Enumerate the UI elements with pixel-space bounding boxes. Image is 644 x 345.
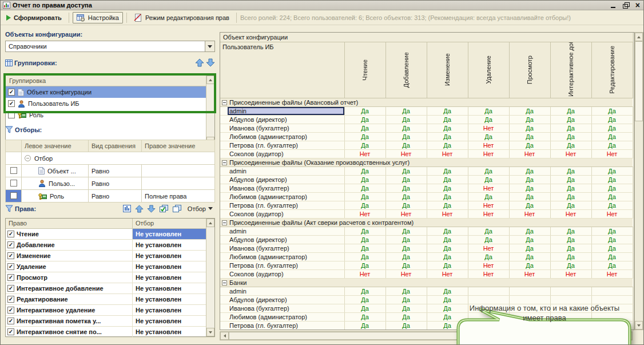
permission-cell[interactable]: Да [385, 184, 427, 192]
permission-cell[interactable]: Нет [468, 244, 509, 252]
permission-cell[interactable]: Да [591, 115, 633, 124]
user-name-cell[interactable]: Любимов (администратор) [228, 252, 344, 261]
permission-cell[interactable]: Да [344, 132, 385, 141]
permission-cell[interactable]: Да [344, 124, 385, 132]
permission-cell[interactable]: Да [550, 244, 591, 252]
permission-cell[interactable]: Да [344, 184, 385, 192]
permission-cell[interactable]: Да [591, 244, 633, 252]
permission-cell[interactable]: Да [468, 106, 509, 115]
group-row[interactable]: Присоединенные файлы (Оказание производс… [220, 158, 633, 166]
filter-left-value-cell[interactable]: Роль [22, 190, 89, 203]
permission-cell[interactable]: Да [550, 192, 591, 201]
permission-cell[interactable]: Да [550, 166, 591, 175]
permission-cell[interactable]: Да [550, 106, 591, 115]
user-name-cell[interactable]: Петрова (гл. бухгалтер) [228, 261, 344, 269]
table-row[interactable]: Петрова (гл. бухгалтер)ДаДаДаНетДаДаДа [220, 261, 633, 269]
permission-cell[interactable]: Да [591, 235, 633, 244]
right-row[interactable]: ✓УдалениеНе установлен [6, 261, 214, 272]
right-name-cell[interactable]: ✓Интерактивная пометка у... [6, 316, 133, 326]
scroll-down-icon[interactable] [206, 328, 214, 336]
collapse-icon[interactable] [25, 155, 31, 161]
table-row[interactable]: Соколов (аудитор)НетНетНетНетНетНетНет [220, 149, 633, 158]
right-filter-cell[interactable]: Не установлен [133, 294, 214, 304]
user-name-cell[interactable]: admin [228, 106, 344, 115]
filter-comparison-cell[interactable]: Равно [89, 165, 142, 177]
table-row[interactable]: Соколов (аудитор)НетНетНетНетНетНетНет [220, 209, 633, 218]
rights-col-filter[interactable]: Отбор [133, 219, 214, 228]
report-column-header[interactable]: Чтение [344, 42, 385, 98]
permission-cell[interactable]: Да [344, 287, 385, 295]
permission-cell[interactable]: Нет [344, 269, 385, 278]
scroll-up-icon[interactable] [206, 76, 214, 84]
filter-row[interactable]: РольРавноПолные права [6, 190, 215, 203]
table-row[interactable]: Абдулов (директор)ДаДаДаДаДаДаДа [220, 115, 633, 124]
permission-cell[interactable]: Да [468, 235, 509, 244]
permission-cell[interactable]: Нет [468, 261, 509, 269]
filters-col-right[interactable]: Правое значение [142, 140, 215, 152]
permission-cell[interactable]: Да [468, 192, 509, 201]
right-row[interactable]: ✓ЧтениеНе установлен [6, 229, 214, 240]
groupings-scrollbar[interactable] [206, 76, 214, 145]
permission-cell[interactable]: Да [427, 201, 468, 209]
report-column-header[interactable]: Просмотр [509, 42, 550, 98]
permission-cell[interactable]: Нет [509, 149, 550, 158]
generate-button[interactable]: Сформировать [3, 13, 65, 22]
permission-cell[interactable]: Нет [427, 209, 468, 218]
permission-cell[interactable]: Да [468, 115, 509, 124]
move-up-icon[interactable] [195, 58, 204, 67]
permission-cell[interactable]: Нет [344, 209, 385, 218]
right-filter-cell[interactable]: Не установлен [133, 229, 214, 239]
checkbox[interactable]: ✓ [8, 89, 15, 96]
permission-cell[interactable]: Да [344, 295, 385, 304]
permission-cell[interactable]: Да [344, 252, 385, 261]
permission-cell[interactable]: Да [427, 192, 468, 201]
right-name-cell[interactable]: ✓Удаление [6, 261, 133, 272]
filter-right-value-cell[interactable] [142, 165, 215, 177]
permission-cell[interactable]: Да [591, 261, 633, 269]
right-name-cell[interactable]: ✓Интерактивное добавление [6, 283, 133, 294]
permission-cell[interactable]: Да [509, 141, 550, 149]
table-row[interactable]: Петрова (гл. бухгалтер)ДаДаДаНетДаДаДа [220, 141, 633, 149]
permission-cell[interactable]: Да [385, 106, 427, 115]
table-row[interactable]: Абдулов (директор)ДаДаДаДаДаДаДа [220, 235, 633, 244]
permission-cell[interactable]: Да [344, 304, 385, 312]
permission-cell[interactable]: Да [591, 192, 633, 201]
permission-cell[interactable]: Да [550, 141, 591, 149]
right-name-cell[interactable]: ✓Интерактивное удаление [6, 305, 133, 315]
permission-cell[interactable]: Да [468, 252, 509, 261]
checkbox[interactable] [10, 167, 17, 174]
permission-cell[interactable]: Да [427, 124, 468, 132]
permission-cell[interactable]: Да [385, 287, 427, 295]
permission-cell[interactable]: Да [591, 141, 633, 149]
report-column-header[interactable]: Добавление [385, 42, 427, 98]
scroll-up-icon[interactable] [206, 219, 214, 227]
scroll-left-icon[interactable] [220, 332, 229, 340]
permission-cell[interactable]: Да [550, 261, 591, 269]
table-row[interactable]: Иванова (бухгалтер)ДаДаДаНетДаДаДа [220, 124, 633, 132]
permission-cell[interactable]: Да [509, 184, 550, 192]
user-name-cell[interactable]: Любимов (администратор) [228, 312, 344, 321]
permission-cell[interactable]: Да [344, 235, 385, 244]
uncheck-all-icon[interactable] [172, 204, 182, 213]
filters-col-left[interactable]: Левое значение [22, 140, 89, 152]
checkbox[interactable]: ✓ [7, 274, 14, 281]
table-row[interactable]: Любимов (администратор)ДаДаДаДаДаДаДа [220, 132, 633, 141]
filter-checkbox-cell[interactable] [6, 177, 22, 190]
user-name-cell[interactable]: Петрова (гл. бухгалтер) [228, 321, 344, 330]
table-row[interactable]: Абдулов (директор)ДаДаДаДаДаДаДа [220, 175, 633, 184]
right-row[interactable]: ✓ДобавлениеНе установлен [6, 240, 214, 251]
minimize-icon[interactable] [610, 2, 617, 9]
permission-cell[interactable]: Да [550, 201, 591, 209]
permission-cell[interactable]: Да [427, 115, 468, 124]
table-row[interactable]: Любимов (администратор)ДаДаДаДаДаДаДа [220, 252, 633, 261]
permission-cell[interactable]: Да [385, 261, 427, 269]
right-filter-cell[interactable]: Не установлен [133, 240, 214, 250]
right-row[interactable]: ✓ПросмотрНе установлен [6, 272, 214, 283]
right-row[interactable]: ✓Интерактивное удалениеНе установлен [6, 305, 214, 316]
permission-cell[interactable]: Да [385, 321, 427, 330]
user-name-cell[interactable]: Любимов (администратор) [228, 132, 344, 141]
right-row[interactable]: ✓Интерактивная пометка у...Не установлен [6, 316, 214, 327]
filter-row[interactable]: Объект ...Равно [6, 165, 215, 177]
grouping-item[interactable]: ✓Объект конфигурации [6, 86, 214, 98]
permission-cell[interactable]: Да [385, 227, 427, 235]
